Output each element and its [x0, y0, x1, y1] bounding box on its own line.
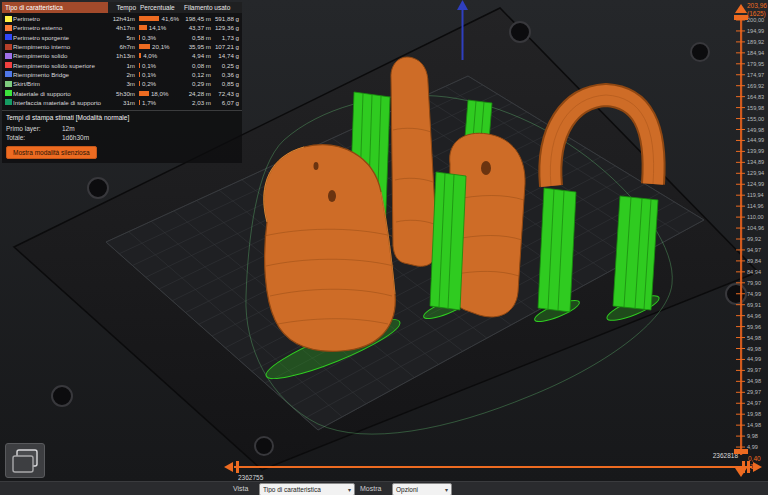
feature-percent: 18,0%	[137, 90, 179, 97]
feature-length: 35,95 m	[179, 43, 213, 50]
legend-header-filament: Filamento usato	[182, 2, 242, 13]
print-time-estimates: Tempi di stampa stimati [Modalità normal…	[2, 110, 242, 159]
feature-length: 0,29 m	[179, 80, 213, 87]
hslider-left-handle[interactable]	[236, 461, 239, 473]
view-dropdown[interactable]: Tipo di caratteristica ▾	[259, 483, 355, 495]
total-time-label: Totale:	[6, 134, 62, 141]
preview-layers-button[interactable]	[5, 443, 45, 478]
layer-tick-label: 99,92	[747, 236, 761, 242]
feature-percent: 41,6%	[137, 15, 179, 22]
feature-color-swatch	[5, 99, 12, 105]
show-label: Mostra	[360, 485, 381, 492]
percent-bar	[139, 16, 159, 21]
feature-weight: 107,21 g	[213, 43, 241, 50]
view-dropdown-value: Tipo di caratteristica	[263, 486, 321, 493]
bed-hole	[510, 22, 530, 42]
layer-tick-label: 119,94	[747, 192, 764, 198]
feature-weight: 591,88 g	[213, 15, 241, 22]
model-part	[264, 145, 395, 352]
layer-tick-label: 24,97	[747, 400, 761, 406]
layer-tick-label: 59,96	[747, 324, 761, 330]
bottom-toolbar: Vista Tipo di caratteristica ▾ Mostra Op…	[0, 481, 768, 495]
feature-color-swatch	[5, 62, 12, 68]
feature-length: 0,58 m	[179, 34, 213, 41]
legend-row: Riempimento solido1h13m4,0%4,94 m14,74 g	[2, 51, 242, 60]
percent-bar	[139, 53, 141, 58]
feature-length: 0,08 m	[179, 62, 213, 69]
legend-header-feature: Tipo di caratteristica	[2, 2, 108, 13]
legend-header-time: Tempo	[108, 2, 138, 13]
feature-label: Perimetro esterno	[13, 24, 109, 31]
feature-time: 31m	[109, 99, 137, 106]
total-time-value: 1d6h30m	[62, 134, 89, 141]
layer-tick-label: 84,94	[747, 269, 761, 275]
legend-row: Perimetro12h41m41,6%198,45 m591,88 g	[2, 14, 242, 23]
percent-bar	[139, 72, 140, 77]
feature-label: Interfaccia materiale di supporto	[13, 99, 109, 106]
layer-tick-label: 149,98	[747, 127, 764, 133]
layer-tick-label: 200,00	[747, 17, 764, 23]
layer-tick-label: 19,98	[747, 411, 761, 417]
percent-bar	[139, 44, 150, 49]
layer-tick-label: 79,90	[747, 280, 761, 286]
layer-tick-label: 174,97	[747, 72, 764, 78]
feature-color-swatch	[5, 44, 12, 50]
feature-color-swatch	[5, 34, 12, 40]
layer-tick-label: 124,99	[747, 181, 764, 187]
layer-tick-label: 14,98	[747, 422, 761, 428]
legend-rows: Perimetro12h41m41,6%198,45 m591,88 gPeri…	[2, 13, 242, 107]
layer-tick-label: 164,83	[747, 94, 764, 100]
chevron-down-icon: ▾	[445, 486, 448, 493]
options-dropdown[interactable]: Opzioni ▾	[392, 483, 452, 495]
layer-tick-label: 104,96	[747, 225, 764, 231]
legend-row: Materiale di supporto5h30m18,0%24,28 m72…	[2, 88, 242, 97]
bed-hole	[691, 43, 709, 61]
feature-length: 43,37 m	[179, 24, 213, 31]
feature-label: Perimetro sporgente	[13, 34, 109, 41]
layer-slider-bottom-handle[interactable]	[734, 449, 748, 454]
layer-tick-label: 179,95	[747, 61, 764, 67]
layer-bottom-index: (1)	[748, 463, 756, 471]
legend-row: Riempimento Bridge2m0,1%0,12 m0,36 g	[2, 70, 242, 79]
layer-tick-label: 9,98	[747, 433, 758, 439]
layer-slider-top-handle[interactable]	[734, 15, 748, 20]
feature-time: 1h13m	[109, 52, 137, 59]
percent-bar	[139, 91, 149, 96]
layer-tick-label: 34,98	[747, 378, 761, 384]
layer-tick-label: 89,84	[747, 258, 761, 264]
first-layer-value: 12m	[62, 125, 75, 132]
feature-label: Riempimento solido	[13, 52, 109, 59]
layer-top-value: 203,96	[747, 2, 767, 9]
feature-percent: 0,1%	[137, 62, 179, 69]
legend-row: Riempimento interno6h7m20,1%35,95 m107,2…	[2, 42, 242, 51]
feature-color-swatch	[5, 90, 12, 96]
support-structure	[430, 172, 466, 310]
bed-hole	[88, 178, 108, 198]
layer-tick-label: 159,98	[747, 105, 764, 111]
first-layer-row: Primo layer: 12m	[6, 124, 238, 133]
legend-row: Riempimento solido superiore1m0,1%0,08 m…	[2, 60, 242, 69]
legend-header-percent: Percentuale	[138, 2, 182, 13]
feature-length: 2,03 m	[179, 99, 213, 106]
layer-tick-label: 64,96	[747, 313, 761, 319]
feature-length: 24,28 m	[179, 90, 213, 97]
layer-tick-label: 139,99	[747, 148, 764, 154]
feature-percent: 1,7%	[137, 99, 179, 106]
stealth-mode-button[interactable]: Mostra modalità silenziosa	[6, 146, 97, 159]
feature-label: Riempimento solido superiore	[13, 62, 109, 69]
feature-length: 4,94 m	[179, 52, 213, 59]
layer-tick-label: 49,98	[747, 346, 761, 352]
percent-bar	[139, 63, 140, 68]
feature-weight: 72,43 g	[213, 90, 241, 97]
feature-time: 6h7m	[109, 43, 137, 50]
chevron-down-icon: ▾	[348, 486, 351, 493]
feature-percent: 14,1%	[137, 24, 179, 31]
feature-percent: 0,1%	[137, 71, 179, 78]
feature-label: Materiale di supporto	[13, 90, 109, 97]
feature-color-swatch	[5, 16, 12, 22]
layer-slider-track[interactable]	[740, 15, 742, 455]
layer-tick-label: 194,99	[747, 28, 764, 34]
layer-tick-label: 69,91	[747, 302, 761, 308]
first-layer-label: Primo layer:	[6, 125, 62, 132]
layers-icon	[11, 448, 39, 474]
